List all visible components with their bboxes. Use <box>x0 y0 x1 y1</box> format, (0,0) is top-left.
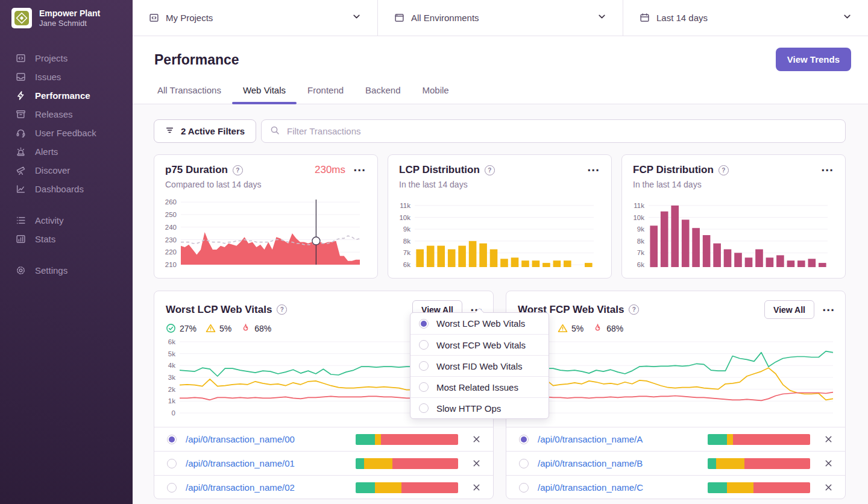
close-icon[interactable] <box>472 483 481 492</box>
sidebar-item-alerts[interactable]: Alerts <box>0 142 133 161</box>
menu-item-label: Slow HTTP Ops <box>436 403 501 414</box>
row-radio[interactable] <box>167 435 177 444</box>
table-row: /api/0/transaction_name/00 <box>154 427 493 451</box>
badge-value: 68% <box>606 324 623 333</box>
bar-segment <box>708 434 727 445</box>
transaction-link[interactable]: /api/0/transaction_name/02 <box>186 482 356 493</box>
close-icon[interactable] <box>472 435 481 444</box>
bar-segment <box>716 458 745 469</box>
tab-frontend[interactable]: Frontend <box>307 85 344 104</box>
projects-icon <box>15 53 26 64</box>
vitals-options-menu: Worst LCP Web Vitals Worst FCP Web Vital… <box>410 312 549 419</box>
sidebar-item-label: User Feedback <box>35 128 96 138</box>
bar-segment <box>375 482 401 493</box>
more-options-icon[interactable]: ⋯ <box>821 167 834 173</box>
sidebar-item-activity[interactable]: Activity <box>0 211 133 230</box>
sidebar-item-performance[interactable]: Performance <box>0 86 133 105</box>
row-radio[interactable] <box>519 435 529 444</box>
close-icon[interactable] <box>824 483 833 492</box>
sidebar-item-user-feedback[interactable]: User Feedback <box>0 124 133 142</box>
transaction-link[interactable]: /api/0/transaction_name/00 <box>186 434 356 444</box>
sidebar-item-settings[interactable]: Settings <box>0 261 133 280</box>
menu-item-slow-http-ops[interactable]: Slow HTTP Ops <box>410 397 549 418</box>
card-subtitle: In the last 14 days <box>399 180 600 189</box>
mini-charts-row: p75 Duration ? 230ms ⋯ Compared to last … <box>154 154 846 279</box>
bar-segment <box>401 482 458 493</box>
tab-all-transactions[interactable]: All Transactions <box>157 85 221 104</box>
settings-icon <box>15 265 26 276</box>
close-icon[interactable] <box>472 459 481 468</box>
bar-segment <box>727 482 753 493</box>
transaction-link[interactable]: /api/0/transaction_name/01 <box>186 458 356 468</box>
menu-item-worst-fid-web-vitals[interactable]: Worst FID Web Vitals <box>410 355 549 376</box>
active-filters-button[interactable]: 2 Active Filters <box>154 119 256 143</box>
main-area: My Projects All Environments Last 14 day… <box>133 0 868 504</box>
tab-backend[interactable]: Backend <box>365 85 400 104</box>
svg-text:8k: 8k <box>403 238 410 245</box>
content: 2 Active Filters p75 Duration ? 230ms <box>133 105 868 504</box>
help-icon[interactable]: ? <box>277 304 287 315</box>
row-radio[interactable] <box>519 483 529 493</box>
menu-item-label: Worst LCP Web Vitals <box>436 318 525 329</box>
sidebar-item-dashboards[interactable]: Dashboards <box>0 180 133 198</box>
menu-item-most-related-issues[interactable]: Most Related Issues <box>410 376 549 397</box>
menu-item-worst-lcp-web-vitals[interactable]: Worst LCP Web Vitals <box>410 313 549 334</box>
dropdown-all-environments[interactable]: All Environments <box>377 0 623 36</box>
card-title: Worst LCP Web Vitals <box>166 304 272 316</box>
help-icon[interactable]: ? <box>719 165 729 175</box>
dropdown-my-projects[interactable]: My Projects <box>133 0 377 36</box>
svg-text:230: 230 <box>165 236 177 244</box>
help-icon[interactable]: ? <box>233 165 243 175</box>
org-switcher[interactable]: Empower Plant Jane Schmidt <box>0 0 133 34</box>
badge-meh: 5% <box>558 323 583 333</box>
table-row: /api/0/transaction_name/02 <box>154 475 493 499</box>
vitals-badges: 27% 5% 68% <box>506 319 845 333</box>
table-row: /api/0/transaction_name/C <box>506 475 845 499</box>
dropdown-last-14-days[interactable]: Last 14 days <box>623 0 868 36</box>
close-icon[interactable] <box>824 435 833 444</box>
search-input[interactable] <box>286 125 837 137</box>
row-radio[interactable] <box>519 459 529 468</box>
more-options-icon[interactable]: ⋯ <box>353 167 366 173</box>
svg-text:7k: 7k <box>403 249 410 256</box>
help-icon[interactable]: ? <box>485 165 495 175</box>
card-title: FCP Distribution <box>633 164 714 176</box>
sidebar-item-label: Alerts <box>35 146 58 157</box>
bar-segment <box>708 458 716 469</box>
transaction-link[interactable]: /api/0/transaction_name/B <box>538 458 708 468</box>
tab-mobile[interactable]: Mobile <box>422 85 448 104</box>
more-options-icon[interactable]: ⋯ <box>822 307 835 313</box>
discover-icon <box>15 165 26 176</box>
sidebar-item-issues[interactable]: Issues <box>0 68 133 86</box>
svg-text:8k: 8k <box>637 238 644 245</box>
sidebar-item-stats[interactable]: Stats <box>0 230 133 248</box>
table-row: /api/0/transaction_name/01 <box>154 451 493 475</box>
more-options-icon[interactable]: ⋯ <box>587 167 600 173</box>
view-trends-button[interactable]: View Trends <box>776 48 851 71</box>
sidebar-item-discover[interactable]: Discover <box>0 161 133 180</box>
close-icon[interactable] <box>824 459 833 468</box>
bar-segment <box>364 458 393 469</box>
transaction-link[interactable]: /api/0/transaction_name/A <box>538 434 708 444</box>
transaction-list: /api/0/transaction_name/A /api/0/transac… <box>506 427 845 499</box>
check-circle-icon <box>166 323 176 333</box>
sidebar-item-label: Discover <box>35 165 70 175</box>
transaction-link[interactable]: /api/0/transaction_name/C <box>538 482 708 493</box>
row-radio[interactable] <box>167 459 177 468</box>
bar-segment <box>733 434 810 445</box>
tab-web-vitals[interactable]: Web Vitals <box>243 85 286 104</box>
sidebar-item-projects[interactable]: Projects <box>0 49 133 68</box>
svg-text:0: 0 <box>172 409 175 417</box>
empower-plant-logo-icon <box>11 8 32 28</box>
view-all-button[interactable]: View All <box>764 300 814 319</box>
user-name: Jane Schmidt <box>39 19 100 28</box>
dropdown-label: All Environments <box>411 13 597 23</box>
badge-value: 68% <box>254 324 271 333</box>
badge-value: 27% <box>180 324 197 333</box>
bar-segment <box>375 434 381 445</box>
sidebar-item-releases[interactable]: Releases <box>0 105 133 124</box>
row-radio[interactable] <box>167 483 177 493</box>
help-icon[interactable]: ? <box>629 304 639 315</box>
bar-segment <box>392 458 458 469</box>
menu-item-worst-fcp-web-vitals[interactable]: Worst FCP Web Vitals <box>410 334 549 355</box>
